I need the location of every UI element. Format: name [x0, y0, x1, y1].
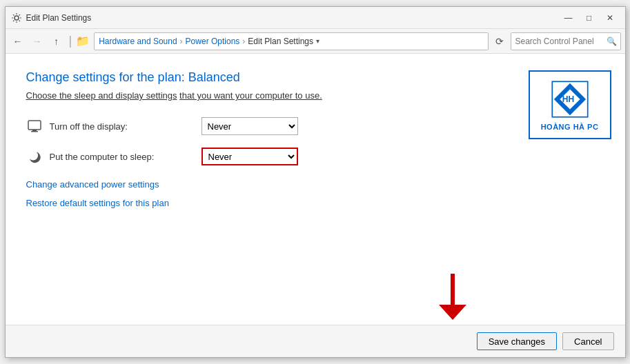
breadcrumb: Hardware and Sound › Power Options › Edi…	[94, 32, 488, 50]
svg-marker-9	[439, 305, 466, 320]
search-input[interactable]	[511, 32, 621, 50]
forward-button[interactable]: →	[29, 33, 46, 50]
subtitle-underline: Choose the sleep and display settings	[26, 90, 177, 101]
maximize-button[interactable]: □	[580, 10, 599, 26]
minimize-button[interactable]: —	[559, 10, 578, 26]
logo-panel: HH HOÀNG HÀ PC	[515, 54, 625, 325]
svg-rect-2	[32, 130, 37, 131]
svg-text:HH: HH	[562, 94, 573, 104]
sleep-icon	[26, 148, 43, 165]
refresh-button[interactable]: ⟳	[491, 33, 508, 50]
separator-icon: |	[69, 34, 72, 48]
window: Edit Plan Settings — □ ✕ ← → ↑ | 📁 Hardw…	[5, 6, 626, 358]
address-bar: ← → ↑ | 📁 Hardware and Sound › Power Opt…	[6, 29, 625, 54]
window-controls: — □ ✕	[559, 10, 620, 26]
display-setting-row: Turn off the display: Never 1 minute 2 m…	[26, 117, 494, 135]
logo-text: HOÀNG HÀ PC	[541, 123, 599, 131]
breadcrumb-item-power[interactable]: Power Options	[186, 37, 240, 46]
search-wrapper: 🔍	[511, 32, 621, 50]
sleep-setting-row: Put the computer to sleep: Never 1 minut…	[26, 148, 494, 165]
restore-defaults-link[interactable]: Restore default settings for this plan	[26, 198, 494, 208]
bottom-bar: Save changes Cancel	[6, 325, 625, 357]
window-title: Edit Plan Settings	[26, 13, 559, 23]
breadcrumb-current: Edit Plan Settings	[248, 37, 313, 46]
arrow-annotation	[432, 270, 473, 327]
window-icon	[11, 12, 22, 23]
display-dropdown[interactable]: Never 1 minute 2 minutes 5 minutes 10 mi…	[201, 117, 298, 135]
display-label: Turn off the display:	[50, 121, 195, 132]
display-icon	[26, 118, 43, 134]
back-button[interactable]: ←	[10, 33, 26, 50]
subtitle-rest: that you want your computer to use.	[179, 90, 322, 101]
breadcrumb-dropdown-icon[interactable]: ▾	[316, 37, 319, 45]
links-section: Change advanced power settings Restore d…	[26, 179, 494, 208]
search-icon: 🔍	[607, 37, 617, 46]
breadcrumb-sep-2: ›	[242, 37, 245, 46]
up-button[interactable]: ↑	[48, 33, 65, 50]
page-heading: Change settings for the plan: Balanced	[26, 70, 494, 85]
logo-diamond-svg: HH	[549, 79, 591, 120]
logo-box: HH HOÀNG HÀ PC	[529, 70, 611, 139]
svg-rect-1	[28, 121, 41, 130]
sleep-dropdown[interactable]: Never 1 minute 2 minutes 5 minutes 10 mi…	[201, 148, 298, 165]
save-changes-button[interactable]: Save changes	[477, 332, 557, 350]
close-button[interactable]: ✕	[600, 10, 620, 26]
cancel-button[interactable]: Cancel	[562, 332, 613, 350]
svg-point-0	[14, 16, 19, 20]
svg-rect-3	[31, 131, 38, 132]
title-bar: Edit Plan Settings — □ ✕	[6, 7, 625, 29]
page-subtitle: Choose the sleep and display settings th…	[26, 90, 494, 101]
breadcrumb-sep-1: ›	[180, 37, 183, 46]
folder-icon: 📁	[76, 34, 90, 48]
sleep-label: Put the computer to sleep:	[50, 152, 195, 162]
advanced-settings-link[interactable]: Change advanced power settings	[26, 179, 494, 190]
breadcrumb-item-hardware[interactable]: Hardware and Sound	[99, 37, 177, 46]
content-area: Change settings for the plan: Balanced C…	[6, 54, 625, 325]
